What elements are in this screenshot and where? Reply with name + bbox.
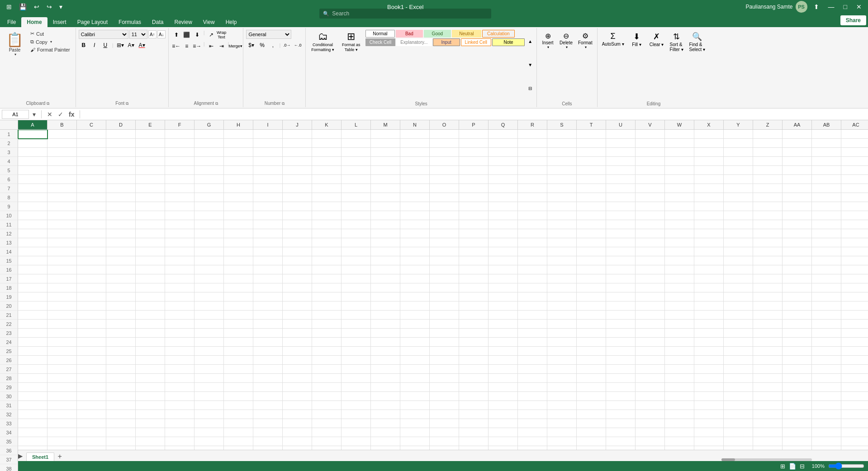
- cell-w15[interactable]: [665, 256, 694, 265]
- cell-t6[interactable]: [577, 175, 606, 184]
- cell-f13[interactable]: [165, 238, 194, 247]
- cell-i20[interactable]: [253, 301, 283, 311]
- cell-a7[interactable]: [18, 184, 47, 193]
- save-button[interactable]: 💾: [16, 2, 29, 11]
- cell-a28[interactable]: [18, 374, 47, 383]
- cell-d19[interactable]: [106, 292, 136, 301]
- cell-u23[interactable]: [606, 329, 636, 338]
- row-number[interactable]: 20: [0, 301, 18, 311]
- cell-x28[interactable]: [694, 374, 724, 383]
- cell-v16[interactable]: [636, 265, 665, 274]
- cell-z3[interactable]: [753, 148, 783, 157]
- cell-p27[interactable]: [459, 365, 489, 374]
- cell-aa23[interactable]: [783, 329, 812, 338]
- cell-o33[interactable]: [430, 419, 459, 428]
- cell-u17[interactable]: [606, 274, 636, 283]
- cell-ac31[interactable]: [841, 401, 868, 410]
- cell-y34[interactable]: [724, 428, 753, 437]
- cell-o16[interactable]: [430, 265, 459, 274]
- cell-a5[interactable]: [18, 166, 47, 175]
- cell-m26[interactable]: [371, 356, 400, 365]
- cell-c5[interactable]: [77, 166, 106, 175]
- cell-t1[interactable]: [577, 130, 606, 139]
- cell-ac7[interactable]: [841, 184, 868, 193]
- cell-f1[interactable]: [165, 130, 194, 139]
- cell-t13[interactable]: [577, 238, 606, 247]
- underline-button[interactable]: U: [100, 40, 110, 50]
- cell-m12[interactable]: [371, 229, 400, 238]
- cell-p31[interactable]: [459, 401, 489, 410]
- cell-k5[interactable]: [312, 166, 342, 175]
- cell-aa16[interactable]: [783, 265, 812, 274]
- cell-f28[interactable]: [165, 374, 194, 383]
- cell-l2[interactable]: [342, 139, 371, 148]
- cell-i19[interactable]: [253, 292, 283, 301]
- cell-ab13[interactable]: [812, 238, 841, 247]
- cell-t18[interactable]: [577, 283, 606, 292]
- cell-w14[interactable]: [665, 247, 694, 256]
- cell-j26[interactable]: [283, 356, 312, 365]
- cell-g1[interactable]: [194, 130, 224, 139]
- cell-c12[interactable]: [77, 229, 106, 238]
- cell-n32[interactable]: [400, 410, 430, 419]
- cell-x2[interactable]: [694, 139, 724, 148]
- cell-d3[interactable]: [106, 148, 136, 157]
- cell-v30[interactable]: [636, 392, 665, 401]
- cell-m9[interactable]: [371, 202, 400, 211]
- cell-o11[interactable]: [430, 220, 459, 229]
- cell-a1[interactable]: [18, 130, 47, 139]
- cell-u5[interactable]: [606, 166, 636, 175]
- cell-n28[interactable]: [400, 374, 430, 383]
- cell-a35[interactable]: [18, 437, 47, 446]
- cell-ac13[interactable]: [841, 238, 868, 247]
- cell-z13[interactable]: [753, 238, 783, 247]
- cell-p6[interactable]: [459, 175, 489, 184]
- cell-k25[interactable]: [312, 347, 342, 356]
- cell-u2[interactable]: [606, 139, 636, 148]
- cell-n16[interactable]: [400, 265, 430, 274]
- cell-d1[interactable]: [106, 130, 136, 139]
- cell-d22[interactable]: [106, 320, 136, 329]
- col-header-k[interactable]: K: [312, 120, 342, 129]
- cell-w28[interactable]: [665, 374, 694, 383]
- cell-aa32[interactable]: [783, 410, 812, 419]
- cell-c31[interactable]: [77, 401, 106, 410]
- cell-s11[interactable]: [547, 220, 577, 229]
- cell-r16[interactable]: [518, 265, 547, 274]
- cell-s3[interactable]: [547, 148, 577, 157]
- cell-h14[interactable]: [224, 247, 253, 256]
- cell-f15[interactable]: [165, 256, 194, 265]
- cell-w25[interactable]: [665, 347, 694, 356]
- cell-m28[interactable]: [371, 374, 400, 383]
- cell-b16[interactable]: [47, 265, 77, 274]
- cell-r29[interactable]: [518, 383, 547, 392]
- cell-l24[interactable]: [342, 338, 371, 347]
- cell-l23[interactable]: [342, 329, 371, 338]
- cell-c16[interactable]: [77, 265, 106, 274]
- cell-s9[interactable]: [547, 202, 577, 211]
- cell-j18[interactable]: [283, 283, 312, 292]
- cell-j31[interactable]: [283, 401, 312, 410]
- cell-ab21[interactable]: [812, 311, 841, 320]
- cell-p10[interactable]: [459, 211, 489, 220]
- cell-h29[interactable]: [224, 383, 253, 392]
- cell-x9[interactable]: [694, 202, 724, 211]
- cell-ac14[interactable]: [841, 247, 868, 256]
- cell-h4[interactable]: [224, 157, 253, 166]
- cell-t24[interactable]: [577, 338, 606, 347]
- cell-o29[interactable]: [430, 383, 459, 392]
- cell-ab11[interactable]: [812, 220, 841, 229]
- cell-m32[interactable]: [371, 410, 400, 419]
- cell-y33[interactable]: [724, 419, 753, 428]
- cell-v23[interactable]: [636, 329, 665, 338]
- cell-e4[interactable]: [136, 157, 165, 166]
- cell-t33[interactable]: [577, 419, 606, 428]
- row-number[interactable]: 14: [0, 247, 18, 256]
- tab-file[interactable]: File: [2, 17, 21, 27]
- tab-formulas[interactable]: Formulas: [113, 17, 147, 27]
- cell-u25[interactable]: [606, 347, 636, 356]
- cell-p26[interactable]: [459, 356, 489, 365]
- cell-f20[interactable]: [165, 301, 194, 311]
- cell-t32[interactable]: [577, 410, 606, 419]
- cell-k4[interactable]: [312, 157, 342, 166]
